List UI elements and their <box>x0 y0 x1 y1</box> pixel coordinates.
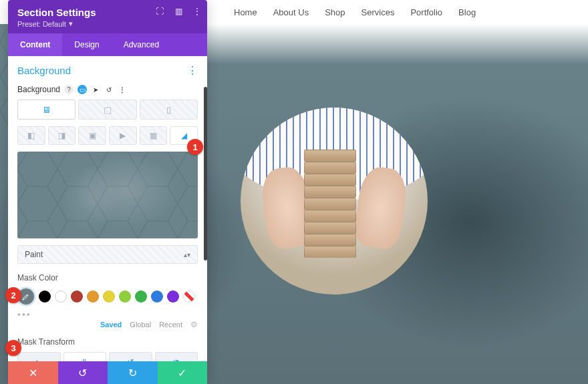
transform-flip-h[interactable]: ⇋ <box>17 352 61 361</box>
device-tablet[interactable]: ▢ <box>78 100 136 120</box>
field-more-icon[interactable]: ⋮ <box>118 85 127 94</box>
save-button[interactable]: ✓ <box>158 361 208 384</box>
panel-tabs: Content Design Advanced <box>8 33 207 56</box>
swatch-black[interactable] <box>39 291 51 303</box>
swatch-lime[interactable] <box>119 291 131 303</box>
palette-tab-global[interactable]: Global <box>130 321 151 329</box>
bg-type-image[interactable]: ▣ <box>78 126 106 145</box>
mask-style-select[interactable]: Paint ▴▾ <box>17 245 198 264</box>
transform-flip-v[interactable]: ⥮ <box>63 352 107 361</box>
panel-footer: ✕ ↺ ↻ ✓ <box>8 361 207 384</box>
cancel-button[interactable]: ✕ <box>8 361 58 384</box>
background-label: Background <box>17 85 60 94</box>
swatch-yellow[interactable] <box>103 291 115 303</box>
panel-menu-icon[interactable]: ⋮ <box>192 7 202 16</box>
help-icon[interactable]: ? <box>64 85 74 94</box>
swatch-blue[interactable] <box>151 291 163 303</box>
hero-circle-image <box>241 108 428 295</box>
tab-design[interactable]: Design <box>62 33 111 56</box>
device-toggle-row: 🖥 ▢ ▯ <box>17 100 198 120</box>
transform-rotate[interactable]: ↺ <box>109 352 152 361</box>
mask-color-label: Mask Color <box>17 273 198 282</box>
mask-preview[interactable] <box>17 152 198 238</box>
device-desktop[interactable]: 🖥 <box>17 100 76 120</box>
hover-icon[interactable]: ➤ <box>91 85 100 94</box>
preset-selector[interactable]: Preset: Default▾ <box>17 19 198 28</box>
palette-tab-recent[interactable]: Recent <box>159 321 182 329</box>
site-top-nav: Home About Us Shop Services Portfolio Bl… <box>207 0 588 24</box>
panel-scrollbar[interactable] <box>204 87 207 260</box>
swatch-orange[interactable] <box>87 291 99 303</box>
panel-body: Background ⋮ Background ? ▭ ➤ ↺ ⋮ 🖥 ▢ ▯ … <box>8 56 207 361</box>
section-options-icon[interactable]: ⋮ <box>187 64 198 77</box>
palette-tabs: Saved Global Recent ⚙ <box>17 320 198 329</box>
swatch-green[interactable] <box>135 291 147 303</box>
undo-button[interactable]: ↺ <box>58 361 108 384</box>
panel-header: Section Settings Preset: Default▾ ⛶ ▥ ⋮ <box>8 0 207 33</box>
swatch-transparent[interactable] <box>183 291 195 303</box>
focus-icon[interactable]: ⛶ <box>155 7 164 16</box>
redo-button[interactable]: ↻ <box>108 361 158 384</box>
tab-content[interactable]: Content <box>8 33 62 56</box>
annotation-badge-1: 1 <box>187 139 203 155</box>
bg-type-pattern[interactable]: ▦ <box>140 126 168 145</box>
more-swatches-icon[interactable]: ••• <box>17 309 198 320</box>
annotation-badge-2: 2 <box>5 287 21 303</box>
mask-color-swatches <box>17 288 198 305</box>
transform-invert[interactable]: ◑ <box>155 352 198 361</box>
bg-type-gradient[interactable]: ◨ <box>48 126 76 145</box>
reset-icon[interactable]: ↺ <box>104 85 114 94</box>
top-fade <box>207 24 588 64</box>
bg-type-color[interactable]: ◧ <box>17 126 45 145</box>
swatch-purple[interactable] <box>167 291 179 303</box>
palette-tab-saved[interactable]: Saved <box>100 321 122 329</box>
nav-item-services[interactable]: Services <box>361 7 395 17</box>
mask-transform-label: Mask Transform <box>17 337 198 347</box>
wooden-blocks <box>304 144 364 258</box>
device-phone[interactable]: ▯ <box>140 100 198 120</box>
nav-item-shop[interactable]: Shop <box>325 7 345 17</box>
mask-transform-row: ⇋ ⥮ ↺ ◑ <box>17 352 198 361</box>
swatch-red[interactable] <box>71 291 83 303</box>
palette-settings-icon[interactable]: ⚙ <box>190 320 198 329</box>
swatch-white[interactable] <box>55 291 67 303</box>
nav-item-portfolio[interactable]: Portfolio <box>410 7 442 17</box>
section-settings-panel: Section Settings Preset: Default▾ ⛶ ▥ ⋮ … <box>8 0 207 384</box>
background-type-row: ◧ ◨ ▣ ▶ ▦ ◢ <box>17 126 198 145</box>
section-heading-background: Background <box>17 65 71 76</box>
nav-item-about[interactable]: About Us <box>273 7 309 17</box>
nav-item-home[interactable]: Home <box>234 7 257 17</box>
responsive-icon[interactable]: ▭ <box>78 85 87 94</box>
bg-type-video[interactable]: ▶ <box>109 126 137 145</box>
tab-advanced[interactable]: Advanced <box>112 33 171 56</box>
expand-icon[interactable]: ▥ <box>174 7 183 16</box>
nav-item-blog[interactable]: Blog <box>458 7 476 17</box>
annotation-badge-3: 3 <box>5 340 21 356</box>
